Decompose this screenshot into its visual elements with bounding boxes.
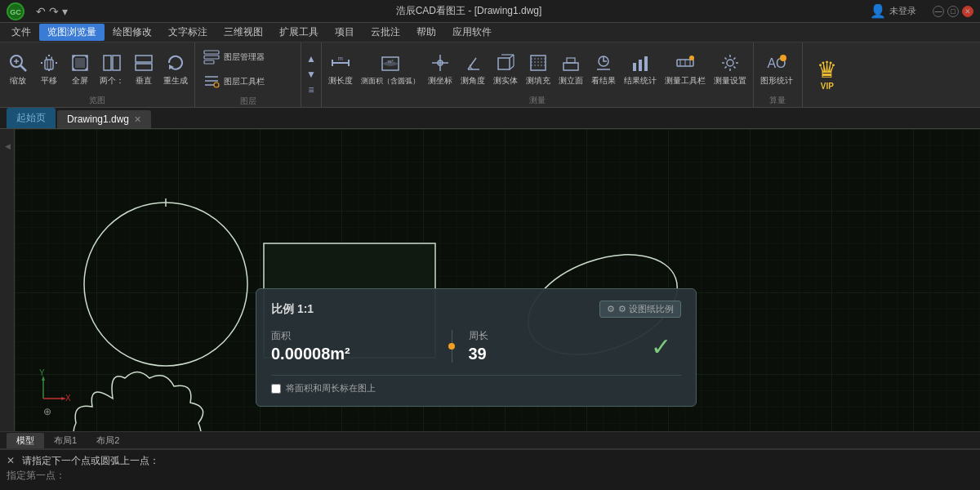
figure-stats-tool[interactable]: AO 图形统计	[757, 49, 796, 88]
data-divider	[452, 330, 452, 363]
measure-elevation-tool[interactable]: 测立面	[555, 49, 586, 88]
svg-rect-33	[531, 56, 546, 70]
svg-text:m²: m²	[387, 59, 393, 64]
menu-ext[interactable]: 扩展工具	[271, 24, 327, 41]
redo-icon[interactable]: ↷	[49, 5, 59, 18]
svg-rect-11	[104, 56, 111, 70]
regen-tool[interactable]: 重生成	[160, 49, 191, 88]
measure-coord-tool[interactable]: 测坐标	[425, 49, 456, 88]
svg-rect-38	[567, 58, 575, 63]
area-value: 0.00008m²	[271, 345, 435, 363]
undo-icon[interactable]: ↶	[36, 5, 46, 18]
tab-drawing1[interactable]: Drawing1.dwg ✕	[57, 110, 151, 128]
svg-text:Y: Y	[39, 368, 45, 377]
svg-rect-18	[204, 60, 214, 64]
vertical-tool[interactable]: 垂直	[129, 49, 158, 88]
layer-down-icon[interactable]: ▼	[303, 67, 319, 82]
measure-angle-tool[interactable]: 测角度	[457, 49, 488, 88]
menu-app[interactable]: 应用软件	[444, 24, 500, 41]
settings-icon: ⚙	[607, 304, 615, 314]
popup-header: 比例 1:1 ⚙ ⚙ 设图纸比例	[271, 301, 681, 318]
perimeter-value: 39	[469, 345, 633, 363]
svg-rect-43	[644, 56, 648, 71]
toolbar-layer-section: 图层管理器 图层工具栏 图层	[195, 42, 301, 108]
layer-toolbar-tool[interactable]: 图层工具栏	[199, 69, 297, 92]
set-scale-button[interactable]: ⚙ ⚙ 设图纸比例	[599, 301, 681, 318]
menu-file[interactable]: 文件	[3, 24, 39, 41]
close-button[interactable]: ✕	[962, 6, 973, 17]
popup-title: 比例 1:1	[271, 302, 314, 317]
toolbar-calc-section: AO 图形统计 算量	[754, 42, 803, 108]
measurement-popup: 比例 1:1 ⚙ ⚙ 设图纸比例 面积 0.00008m² 周长 39	[256, 288, 697, 407]
tab-bar: 起始页 Drawing1.dwg ✕	[0, 108, 980, 129]
svg-rect-12	[113, 56, 120, 70]
tab-model[interactable]: 模型	[7, 433, 44, 448]
svg-point-51	[780, 55, 786, 61]
login-button[interactable]: 👤 未登录	[870, 3, 916, 19]
perimeter-display: 周长 39	[469, 329, 633, 363]
toolbar-vip-section: ♛ VIP	[803, 42, 852, 108]
menu-text[interactable]: 文字标注	[160, 24, 216, 41]
view-result-tool[interactable]: 看结果	[588, 49, 619, 88]
window-controls[interactable]: — □ ✕	[933, 6, 973, 17]
result-stats-tool[interactable]: 结果统计	[621, 49, 660, 88]
area-label: 面积	[271, 329, 435, 343]
pan-tool[interactable]: 平移	[34, 49, 64, 88]
toolbar-layer-extra: ▲ ▼ ≡	[301, 42, 322, 108]
tab-layout1[interactable]: 布局1	[44, 433, 87, 448]
svg-rect-16	[204, 51, 219, 54]
quick-menu-icon[interactable]: ▾	[62, 5, 68, 18]
svg-rect-6	[45, 60, 53, 69]
label-on-drawing-checkbox[interactable]	[271, 384, 281, 394]
svg-rect-14	[136, 64, 152, 70]
measure-settings-tool[interactable]: 测量设置	[710, 49, 750, 88]
quick-access-toolbar[interactable]: ↶ ↷ ▾	[36, 5, 68, 18]
two-window-tool[interactable]: 两个：	[96, 49, 127, 88]
menu-draw[interactable]: 绘图修改	[105, 24, 160, 41]
drawing-viewport[interactable]: X Y ⊕ 比例 1:1 ⚙ ⚙ 设图纸比例 面积 0.00008m²	[15, 129, 980, 431]
menu-help[interactable]: 帮助	[408, 24, 444, 41]
svg-text:m: m	[338, 56, 343, 61]
svg-point-49	[727, 60, 733, 66]
command-close-icon[interactable]: ✕	[7, 455, 15, 466]
popup-data: 面积 0.00008m² 周长 39 ✓	[271, 326, 681, 367]
measure-solid-tool[interactable]: 测实体	[490, 49, 521, 88]
svg-text:⊕: ⊕	[43, 406, 51, 417]
app-logo[interactable]: GC	[7, 2, 24, 20]
svg-point-48	[689, 56, 694, 60]
vip-button[interactable]: ♛ VIP	[807, 56, 848, 93]
menu-3d[interactable]: 三维视图	[216, 24, 271, 41]
menu-view[interactable]: 览图浏览量	[39, 24, 105, 41]
menu-project[interactable]: 项目	[327, 24, 363, 41]
menu-cloud[interactable]: 云批注	[363, 24, 408, 41]
menu-bar: 文件 览图浏览量 绘图修改 文字标注 三维视图 扩展工具 项目 云批注 帮助 应…	[0, 23, 980, 42]
sidebar-label: ◀	[2, 139, 13, 154]
checkbox-label: 将面积和周长标在图上	[286, 382, 376, 394]
svg-rect-13	[136, 56, 152, 62]
svg-rect-37	[564, 63, 578, 70]
svg-rect-31	[498, 58, 510, 69]
measure-area-tool[interactable]: m² 测面积（含圆弧）	[358, 50, 423, 88]
area-display: 面积 0.00008m²	[271, 329, 435, 363]
layer-up-icon[interactable]: ▲	[303, 51, 319, 66]
measure-toolbar-tool[interactable]: 测量工具栏	[662, 49, 709, 88]
maximize-button[interactable]: □	[947, 6, 959, 17]
tab-layout2[interactable]: 布局2	[87, 433, 129, 448]
zoom-tool[interactable]: 缩放	[3, 49, 33, 88]
layer-extra-icon[interactable]: ≡	[305, 82, 317, 97]
toolbar-measure-section: m 测长度 m² 测面积（含圆弧） 测坐标 测角度 测实体 测填充	[322, 42, 754, 108]
layer-manager-tool[interactable]: 图层管理器	[199, 45, 297, 68]
svg-rect-41	[633, 63, 636, 71]
fullscreen-tool[interactable]: 全屏	[65, 49, 95, 88]
measure-length-tool[interactable]: m 测长度	[325, 49, 356, 88]
layer-section-label: 图层	[198, 96, 297, 108]
left-sidebar: ◀	[0, 129, 15, 431]
view-section-label: 览图	[3, 95, 191, 108]
minimize-button[interactable]: —	[933, 6, 944, 17]
confirm-button[interactable]: ✓	[640, 326, 681, 367]
measure-fill-tool[interactable]: 测填充	[523, 49, 554, 88]
tab-home[interactable]: 起始页	[7, 108, 56, 128]
close-tab-icon[interactable]: ✕	[134, 114, 141, 125]
checkbox-row: 将面积和周长标在图上	[271, 382, 681, 394]
svg-text:GC: GC	[10, 8, 21, 16]
